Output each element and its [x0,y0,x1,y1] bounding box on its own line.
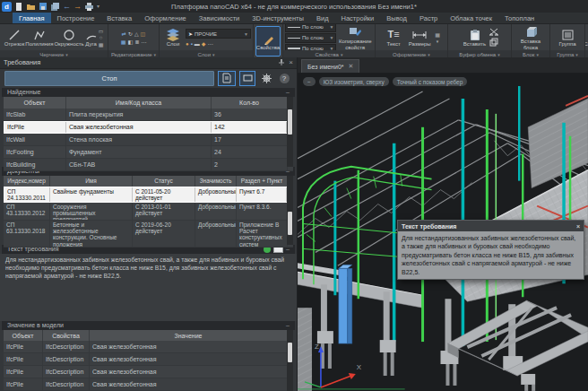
redo-icon[interactable]: → [74,2,82,11]
select-area-button[interactable] [239,71,255,86]
text-button[interactable]: T≡ Текст [383,28,404,47]
ribbon-group-block: Вставка блока Блок▾ [512,24,550,58]
layers-icon [166,28,180,41]
ribbon-group-edit: ⇄ ↻ △ ◫ ▦ ◧ ≣ ⋯ Редактирование▾ [108,24,160,58]
chevron-down-icon: ▼ [244,31,248,37]
save-all-icon[interactable] [50,2,60,12]
requirement-popup: Текст требования × Для нестандартизованн… [397,220,584,280]
tab-topoplan[interactable]: Топоплан [498,13,540,23]
viewport-visual-style-control[interactable]: Точный с показом ребер [393,77,468,86]
undo-icon[interactable]: ← [63,2,71,11]
collapse-icon: ‒ [286,89,290,95]
edit-tools-row2[interactable]: ▦ ◧ ≣ ⋯ [121,39,146,45]
layer-select[interactable]: ➤ ПРОЧИЕ ▼ [186,29,251,39]
ribbon: Отрезок Полилиния Окружность Дуга ▭ ○ [0,24,588,59]
value-row[interactable]: IfcPileIfcDescriptionСвая железобетонная [4,366,293,378]
layers-button[interactable]: Слои [161,28,185,47]
settings-button[interactable] [259,71,273,86]
viewport[interactable]: − ЮЗ изометрия, сверху Точный с показом … [298,74,588,391]
polyline-button[interactable]: Полилиния [25,28,53,47]
model-values-scrollbar[interactable] [287,330,293,391]
paste-button[interactable]: Вставить [462,28,489,47]
more-edit-icon: ⋯ [141,39,146,45]
arc-button[interactable]: Дуга [85,28,98,47]
popup-header[interactable]: Текст требования × [398,221,584,231]
viewport-minimize-control[interactable]: − [303,77,316,86]
circle-button[interactable]: Окружность [54,28,83,47]
document-tab[interactable]: Без имени0* ✕ [301,59,359,73]
document-row[interactable]: СП 43.13330.2012Сооружения промышленных … [4,203,293,221]
move-icon: ⇄ [122,30,126,37]
tab-oblaka-tochek[interactable]: Облака точек [444,13,498,23]
tab-zavisimosti[interactable]: Зависимости [193,13,246,23]
viewport-controls: − ЮЗ изометрия, сверху Точный с показом … [303,77,467,86]
selected-pile[interactable] [339,265,352,343]
trim-icon: ◧ [127,39,133,45]
tab-3d-instrumenty[interactable]: 3D-инструменты [246,13,310,23]
value-row[interactable]: IfcPileIfcDescriptionСвая железобетонная [4,378,293,391]
line-button[interactable]: Отрезок [4,28,25,47]
tab-postroenie[interactable]: Построение [51,13,101,23]
app-logo-icon[interactable]: d [2,2,12,12]
lineweight-select[interactable]: По слою▼ [285,44,336,51]
draw-extra-tools[interactable]: ▭ ○ ▦ [99,28,104,48]
section-model-values[interactable]: Значение в модели‒ [2,321,295,330]
ucs-x-label: X [357,363,362,371]
popup-close-icon[interactable]: × [576,223,580,230]
col-name[interactable]: Имя/Код класса [66,97,212,109]
clipboard-extra[interactable] [489,28,498,48]
copy-properties-button[interactable]: Копирование свойств [337,25,373,50]
properties-palette-toggle[interactable]: Свойства [255,26,281,56]
found-scrollbar[interactable] [287,97,293,167]
tab-vyvod[interactable]: Вывод [380,13,413,23]
new-document-icon[interactable] [14,2,23,12]
tab-nastroyki[interactable]: Настройки [335,13,381,23]
color-select[interactable]: По слою▼ [285,24,336,32]
tab-vstavka[interactable]: Вставка [100,13,138,23]
found-row[interactable]: IfcWallСтена плоская17 [4,134,293,146]
viewport-view-control[interactable]: ЮЗ изометрия, сверху [319,77,389,86]
value-row[interactable]: IfcPileIfcDescriptionСвая железобетонная [4,353,293,366]
layer-color-icon: ◆ [202,40,206,47]
document-row[interactable]: СП 63.13330.2018Бетонные и железобетонны… [4,221,293,248]
help-icon: ? [280,74,290,83]
layer-state-tools[interactable]: ● ▪ ▬ ◆ ⋯ [186,40,251,47]
value-row[interactable]: IfcPileIfcDescriptionСвая железобетонная [4,341,293,353]
tab-rastr[interactable]: Растр [413,13,444,23]
group-button[interactable]: Группа [552,28,583,47]
found-row[interactable]: IfcSlabПлита перекрытия36 [4,109,293,121]
ribbon-group-draw: Отрезок Полилиния Окружность Дуга ▭ ○ [0,24,108,58]
save-icon[interactable] [39,2,48,12]
linetype-select[interactable]: По слою▼ [285,33,336,43]
drawing-area: Без имени0* ✕ − ЮЗ изометрия, сверху Точ… [298,57,588,391]
qat-dropdown-icon[interactable]: ▾ [97,2,99,11]
found-row-selected[interactable]: IfcPileСвая железобетонная142 [4,121,293,134]
ribbon-group-clipboard: Вставить Буфер обмена▾ [448,24,512,58]
tab-vid[interactable]: Вид [310,13,335,23]
ribbon-group-properties: По слою▼ По слою▼ По слою▼ Копирование с… [283,24,376,58]
ribbon-group-group: Группа Группа▾ [550,24,585,58]
report-button[interactable] [218,71,236,86]
found-row[interactable]: IfcFootingФундамент24 [4,146,293,159]
edit-tools-row1[interactable]: ⇄ ↻ △ ◫ [122,30,145,37]
col-object[interactable]: Объект [4,97,66,109]
open-folder-icon[interactable] [26,2,36,12]
col-count[interactable]: Кол-во [212,97,288,109]
help-button[interactable]: ? [277,71,291,86]
quick-access-toolbar: ← → ▾ [14,2,99,12]
ribbon-group-layers: Слои ➤ ПРОЧИЕ ▼ ● ▪ ▬ ◆ ⋯ [160,24,254,58]
table-tool[interactable]: ▦ ▾ [435,31,440,44]
documents-scrollbar[interactable] [287,176,293,245]
section-found[interactable]: Найденные‒ [2,88,295,97]
print-icon[interactable] [84,2,94,12]
document-row-selected[interactable]: СП 24.13330.2011Свайные фундаментыС 2011… [4,187,293,203]
tab-glavnaya[interactable]: Главная [13,13,51,23]
close-icon[interactable]: × [289,58,293,66]
tab-oformlenie[interactable]: Оформление [138,13,193,23]
dimensions-button[interactable]: Размеры [405,28,434,47]
stop-button[interactable]: Стоп [4,71,214,86]
pin-icon[interactable] [278,58,285,67]
found-row[interactable]: IfcBuildingСБн-ТАВ2 [4,159,293,171]
close-tab-icon[interactable]: ✕ [349,63,354,70]
insert-block-button[interactable]: Вставка блока [514,25,548,50]
